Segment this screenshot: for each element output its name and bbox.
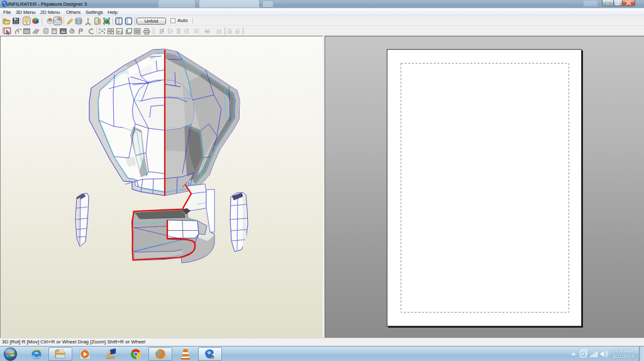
svg-text:90: 90 [235, 31, 239, 35]
svg-text:90: 90 [229, 31, 233, 35]
svg-text:P.1: P.1 [118, 30, 123, 34]
